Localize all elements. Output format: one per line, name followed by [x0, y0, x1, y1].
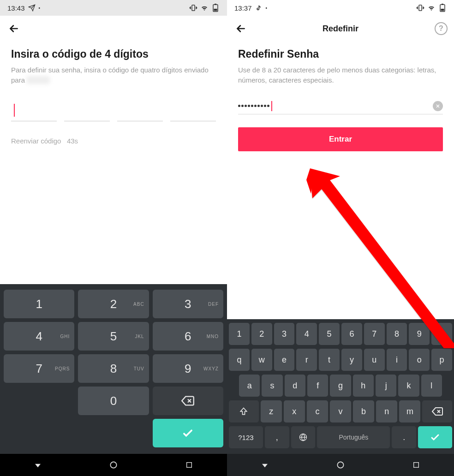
resend-timer: 43s [67, 137, 78, 145]
nav-home[interactable] [331, 456, 350, 474]
svg-rect-12 [414, 463, 419, 468]
key-w[interactable]: w [251, 349, 272, 371]
key-f[interactable]: f [307, 375, 328, 397]
key-p[interactable]: p [431, 349, 452, 371]
key-m[interactable]: m [399, 400, 420, 422]
key-g[interactable]: g [330, 375, 351, 397]
page-subtext: Para definir sua senha, insira o código … [11, 65, 216, 85]
svg-rect-3 [214, 9, 217, 11]
key-j[interactable]: j [376, 375, 396, 397]
numkey-3[interactable]: 3DEF [153, 290, 223, 318]
key-t[interactable]: t [319, 349, 340, 371]
code-digit-2[interactable] [64, 101, 110, 121]
android-navbar [227, 454, 454, 476]
key-8[interactable]: 8 [387, 323, 407, 345]
key-x[interactable]: x [284, 400, 305, 422]
key-h[interactable]: h [353, 375, 374, 397]
key-symbols[interactable]: ?123 [229, 426, 263, 448]
key-s[interactable]: s [262, 375, 282, 397]
key-l[interactable]: l [421, 375, 442, 397]
numkey-backspace[interactable] [153, 387, 223, 415]
numkey-4[interactable]: 4GHI [4, 322, 74, 351]
key-o[interactable]: o [409, 349, 430, 371]
numkey-confirm[interactable] [153, 419, 223, 447]
key-shift[interactable] [229, 400, 259, 422]
nav-back[interactable] [256, 456, 274, 474]
key-k[interactable]: k [398, 375, 419, 397]
key-n[interactable]: n [376, 400, 397, 422]
key-space[interactable]: Português [317, 426, 390, 448]
numkey-0[interactable]: 0 [78, 387, 149, 415]
nav-recent[interactable] [180, 456, 198, 474]
code-digit-4[interactable] [170, 101, 216, 121]
key-z[interactable]: z [261, 400, 282, 422]
password-input[interactable] [238, 101, 433, 111]
back-button[interactable] [6, 21, 21, 36]
nav-back[interactable] [29, 456, 47, 474]
key-y[interactable]: y [341, 349, 362, 371]
phone-screen-code-entry: 13:43 • Insira o código de 4 dígitos Par… [0, 0, 227, 476]
key-v[interactable]: v [330, 400, 351, 422]
resend-label[interactable]: Reenviar código [11, 137, 61, 145]
numkey-1[interactable]: 1 [4, 290, 74, 318]
app-bar [0, 16, 227, 42]
key-3[interactable]: 3 [274, 323, 295, 345]
key-a[interactable]: a [239, 375, 260, 397]
status-dot: • [266, 6, 268, 11]
key-period[interactable]: . [392, 426, 416, 448]
key-1[interactable]: 1 [229, 323, 250, 345]
svg-rect-9 [441, 9, 444, 11]
submit-button[interactable]: Entrar [238, 127, 443, 151]
key-comma[interactable]: , [265, 426, 289, 448]
battery-icon [438, 4, 447, 12]
app-bar: Redefinir ? [227, 16, 454, 42]
numkey-5[interactable]: 5JKL [78, 322, 149, 351]
numkey-7[interactable]: 7PQRS [4, 354, 74, 383]
status-time: 13:43 [7, 4, 25, 12]
code-digit-1[interactable] [11, 101, 57, 121]
clear-input-button[interactable] [433, 101, 443, 111]
key-u[interactable]: u [364, 349, 385, 371]
key-r[interactable]: r [296, 349, 317, 371]
back-button[interactable] [233, 21, 248, 36]
numkey-9[interactable]: 9WXYZ [153, 354, 223, 383]
key-6[interactable]: 6 [341, 323, 362, 345]
page-subtext: Use de 8 a 20 caracteres de pelo menos d… [238, 65, 443, 85]
key-e[interactable]: e [274, 349, 295, 371]
key-q[interactable]: q [229, 349, 250, 371]
qwerty-keyboard: 1234567890 qwertyuiop asdfghjkl zxcvbnm … [227, 319, 454, 454]
nav-home[interactable] [104, 456, 123, 474]
code-digit-3[interactable] [117, 101, 163, 121]
phone-screen-reset-password: 13:37 • Redefinir ? Redefinir Senha Use … [227, 0, 454, 476]
key-b[interactable]: b [353, 400, 374, 422]
status-time: 13:37 [234, 4, 252, 12]
key-4[interactable]: 4 [296, 323, 317, 345]
key-confirm[interactable] [418, 426, 452, 448]
svg-point-4 [110, 462, 116, 468]
svg-rect-0 [192, 5, 195, 11]
resend-row: Reenviar código 43s [11, 137, 216, 145]
svg-rect-6 [419, 5, 422, 11]
key-9[interactable]: 9 [409, 323, 430, 345]
svg-rect-5 [187, 463, 192, 468]
numkey-2[interactable]: 2ABC [78, 290, 149, 318]
key-0[interactable]: 0 [431, 323, 452, 345]
key-5[interactable]: 5 [319, 323, 340, 345]
help-button[interactable]: ? [435, 22, 448, 35]
nav-recent[interactable] [407, 456, 425, 474]
android-navbar [0, 454, 227, 476]
key-backspace[interactable] [422, 400, 452, 422]
content-area: Redefinir Senha Use de 8 a 20 caracteres… [227, 42, 454, 319]
key-d[interactable]: d [285, 375, 305, 397]
key-i[interactable]: i [387, 349, 407, 371]
redacted-phone [27, 76, 49, 84]
status-bar: 13:37 • [227, 0, 454, 16]
key-7[interactable]: 7 [364, 323, 385, 345]
numkey-6[interactable]: 6MNO [153, 322, 223, 351]
wifi-icon [427, 4, 436, 12]
key-c[interactable]: c [307, 400, 328, 422]
page-heading: Insira o código de 4 dígitos [11, 48, 216, 60]
key-language[interactable] [291, 426, 316, 448]
numkey-8[interactable]: 8TUV [78, 354, 149, 383]
key-2[interactable]: 2 [251, 323, 272, 345]
